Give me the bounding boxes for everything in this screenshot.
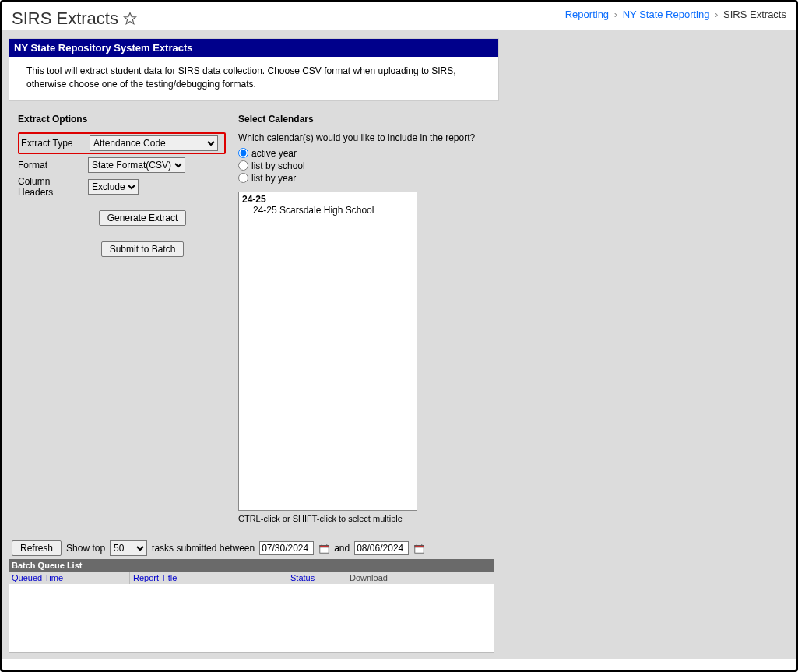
radio-active-year-label: active year [251, 148, 297, 159]
col-download: Download [346, 572, 494, 584]
radio-active-year[interactable]: active year [238, 148, 789, 159]
column-headers-label: Column Headers [18, 176, 88, 198]
radio-list-by-year-label: list by year [251, 173, 296, 184]
page-title: SIRS Extracts [12, 9, 118, 29]
extract-type-highlight: Extract Type Attendance Code [18, 132, 226, 154]
panel-description: This tool will extract student data for … [9, 57, 498, 100]
svg-marker-0 [124, 13, 135, 24]
calendar-hint: CTRL-click or SHIFT-click to select mult… [238, 514, 789, 523]
batch-queue-body [9, 584, 494, 653]
chevron-right-icon: › [614, 9, 617, 20]
radio-list-by-school-input[interactable] [238, 160, 248, 171]
breadcrumb-reporting[interactable]: Reporting [565, 9, 609, 20]
batch-queue-title: Batch Queue List [9, 559, 494, 572]
refresh-button[interactable]: Refresh [12, 540, 62, 556]
calendar-question: Which calendar(s) would you like to incl… [238, 132, 789, 143]
radio-list-by-year[interactable]: list by year [238, 173, 789, 184]
calendar-icon[interactable] [318, 544, 329, 554]
radio-list-by-school[interactable]: list by school [238, 160, 789, 171]
chevron-right-icon: › [715, 9, 718, 20]
extract-type-label: Extract Type [21, 138, 90, 149]
extract-type-select[interactable]: Attendance Code [90, 135, 218, 151]
col-report-title[interactable]: Report Title [133, 573, 177, 582]
format-select[interactable]: State Format(CSV) [88, 157, 185, 173]
breadcrumb-current: SIRS Extracts [723, 9, 786, 20]
col-queued-time[interactable]: Queued Time [12, 573, 63, 582]
calendar-item[interactable]: 24-25 Scarsdale High School [242, 205, 413, 216]
tasks-between-label: tasks submitted between [152, 543, 255, 554]
col-status[interactable]: Status [290, 573, 315, 582]
generate-extract-button[interactable]: Generate Extract [99, 210, 187, 226]
batch-queue-columns: Queued Time Report Title Status Download [9, 572, 494, 584]
calendar-icon[interactable] [413, 544, 424, 554]
calendar-year-group[interactable]: 24-25 [242, 194, 413, 205]
show-top-select[interactable]: 50 [110, 540, 147, 556]
panel-title: NY State Repository System Extracts [9, 39, 498, 57]
extract-options-heading: Extract Options [18, 114, 223, 125]
radio-list-by-school-label: list by school [251, 160, 305, 171]
column-headers-select[interactable]: Exclude [88, 179, 139, 195]
select-calendars-heading: Select Calendars [238, 114, 789, 125]
show-top-label: Show top [66, 543, 105, 554]
date-from-input[interactable] [259, 541, 314, 555]
date-to-input[interactable] [354, 541, 409, 555]
svg-rect-2 [319, 546, 328, 547]
calendar-listbox[interactable]: 24-25 24-25 Scarsdale High School [238, 192, 417, 511]
and-label: and [334, 543, 350, 554]
submit-to-batch-button[interactable]: Submit to Batch [101, 241, 185, 257]
svg-rect-6 [415, 546, 424, 547]
breadcrumb: Reporting › NY State Reporting › SIRS Ex… [565, 9, 786, 20]
star-icon[interactable] [123, 12, 137, 26]
format-label: Format [18, 160, 88, 171]
radio-list-by-year-input[interactable] [238, 173, 248, 183]
radio-active-year-input[interactable] [238, 148, 248, 158]
breadcrumb-state-reporting[interactable]: NY State Reporting [623, 9, 710, 20]
